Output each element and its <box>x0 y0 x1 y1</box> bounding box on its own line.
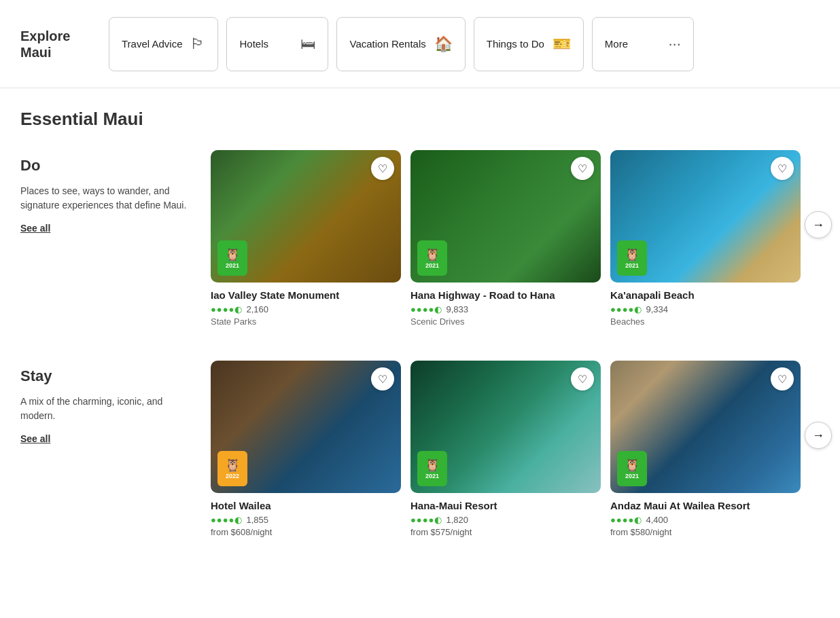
do-card-2-reviews: 9,334 <box>646 304 668 314</box>
do-card-2-category: Beaches <box>610 316 801 327</box>
do-card-1-award-badge: 🦉 2021 <box>417 240 447 276</box>
stay-cards-next-button[interactable]: → <box>805 422 832 449</box>
stay-card-2-stars: ●●●●◐ <box>610 515 642 525</box>
stay-see-all-link[interactable]: See all <box>20 433 50 444</box>
vacation-rentals-icon: 🏠 <box>434 35 453 53</box>
do-card-0[interactable]: ♡ 🦉 2021 Iao Valley State Monument ●●●●◐… <box>211 150 401 327</box>
stay-card-2-award-icon: 🦉 <box>625 458 640 473</box>
stay-card-2-award-year: 2021 <box>625 473 639 479</box>
do-card-2-stars: ●●●●◐ <box>610 304 642 314</box>
do-description: Do Places to see, ways to wander, and si… <box>20 150 211 327</box>
stay-card-0-award-badge: 🦉 2022 <box>217 451 247 486</box>
stay-card-2-title: Andaz Maui At Wailea Resort <box>610 500 801 511</box>
nav-tabs: Travel Advice 🏳 Hotels 🛏 Vacation Rental… <box>109 17 694 71</box>
tab-travel-advice[interactable]: Travel Advice 🏳 <box>109 17 218 71</box>
do-card-1-rating: ●●●●◐ 9,833 <box>410 304 601 314</box>
do-card-0-stars: ●●●●◐ <box>211 304 243 314</box>
do-card-1-stars: ●●●●◐ <box>410 304 442 314</box>
do-card-1-image-wrap: ♡ 🦉 2021 <box>410 150 601 283</box>
do-card-2-image-wrap: ♡ 🦉 2021 <box>610 150 801 283</box>
hotels-icon: 🛏 <box>300 35 315 53</box>
tab-hotels[interactable]: Hotels 🛏 <box>226 17 328 71</box>
main-content: Essential Maui Do Places to see, ways to… <box>0 88 840 592</box>
do-card-0-image-wrap: ♡ 🦉 2021 <box>211 150 401 283</box>
brand-logo: ExploreMaui <box>20 28 95 60</box>
stay-card-1-image-wrap: ♡ 🦉 2021 <box>410 361 601 493</box>
do-card-1-favorite-button[interactable]: ♡ <box>571 157 594 180</box>
do-card-0-award-badge: 🦉 2021 <box>217 240 247 276</box>
stay-card-0-reviews: 1,855 <box>246 515 268 525</box>
stay-card-1-favorite-button[interactable]: ♡ <box>571 367 594 390</box>
do-card-2-award-year: 2021 <box>625 262 639 269</box>
stay-section-name: Stay <box>20 367 190 385</box>
stay-description: Stay A mix of the charming, iconic, and … <box>20 361 211 537</box>
stay-cards-wrapper: ♡ 🦉 2022 Hotel Wailea ●●●●◐ 1,855 <box>211 361 820 537</box>
do-card-2-title: Ka'anapali Beach <box>610 289 801 301</box>
do-section-text: Places to see, ways to wander, and signa… <box>20 184 190 213</box>
stay-card-1-stars: ●●●●◐ <box>410 515 442 525</box>
do-cards: ♡ 🦉 2021 Iao Valley State Monument ●●●●◐… <box>211 150 820 327</box>
stay-cards: ♡ 🦉 2022 Hotel Wailea ●●●●◐ 1,855 <box>211 361 820 537</box>
stay-card-2-image-wrap: ♡ 🦉 2021 <box>610 361 801 493</box>
tab-vacation-rentals[interactable]: Vacation Rentals 🏠 <box>336 17 465 71</box>
do-card-2-favorite-button[interactable]: ♡ <box>771 157 794 180</box>
travel-advice-icon: 🏳 <box>190 35 205 53</box>
page-title: Essential Maui <box>20 109 820 130</box>
stay-card-0-stars: ●●●●◐ <box>211 515 243 525</box>
stay-card-2-favorite-button[interactable]: ♡ <box>771 367 794 390</box>
do-card-0-category: State Parks <box>211 316 401 327</box>
stay-card-0-price: from $608/night <box>211 527 401 537</box>
do-see-all-link[interactable]: See all <box>20 223 50 234</box>
stay-card-0-rating: ●●●●◐ 1,855 <box>211 515 401 525</box>
stay-card-2-price: from $580/night <box>610 527 801 537</box>
do-card-0-reviews: 2,160 <box>246 304 268 314</box>
tab-more-label: More <box>605 38 628 50</box>
do-card-0-title: Iao Valley State Monument <box>211 289 401 301</box>
do-section: Do Places to see, ways to wander, and si… <box>20 150 820 327</box>
do-card-2[interactable]: ♡ 🦉 2021 Ka'anapali Beach ●●●●◐ 9,334 <box>610 150 801 327</box>
stay-card-1-award-year: 2021 <box>425 473 439 479</box>
tab-travel-advice-label: Travel Advice <box>122 38 182 50</box>
do-card-1-category: Scenic Drives <box>410 316 601 327</box>
stay-card-0-title: Hotel Wailea <box>211 500 401 511</box>
do-cards-wrapper: ♡ 🦉 2021 Iao Valley State Monument ●●●●◐… <box>211 150 820 327</box>
tab-things-to-do[interactable]: Things to Do 🎫 <box>474 17 584 71</box>
tab-more[interactable]: More ··· <box>592 17 694 71</box>
things-to-do-icon: 🎫 <box>553 35 571 53</box>
stay-card-0-image-wrap: ♡ 🦉 2022 <box>211 361 401 493</box>
do-card-1-reviews: 9,833 <box>446 304 468 314</box>
stay-card-2-award-badge: 🦉 2021 <box>617 451 647 486</box>
stay-card-2-reviews: 4,400 <box>646 515 668 525</box>
stay-card-2-rating: ●●●●◐ 4,400 <box>610 515 801 525</box>
stay-card-1-award-badge: 🦉 2021 <box>417 451 447 486</box>
do-card-0-favorite-button[interactable]: ♡ <box>371 157 394 180</box>
stay-card-0-favorite-button[interactable]: ♡ <box>371 367 394 390</box>
stay-card-1-reviews: 1,820 <box>446 515 468 525</box>
stay-card-0[interactable]: ♡ 🦉 2022 Hotel Wailea ●●●●◐ 1,855 <box>211 361 401 537</box>
do-card-0-award-year: 2021 <box>226 262 239 269</box>
do-card-1-award-icon: 🦉 <box>425 247 440 262</box>
stay-card-1-title: Hana-Maui Resort <box>410 500 601 511</box>
do-card-2-rating: ●●●●◐ 9,334 <box>610 304 801 314</box>
tab-vacation-rentals-label: Vacation Rentals <box>349 38 425 50</box>
do-card-1[interactable]: ♡ 🦉 2021 Hana Highway - Road to Hana ●●●… <box>410 150 601 327</box>
do-card-1-award-year: 2021 <box>425 262 439 269</box>
tab-things-to-do-label: Things to Do <box>487 38 544 50</box>
more-icon: ··· <box>668 35 680 53</box>
stay-card-1-award-icon: 🦉 <box>425 458 440 473</box>
do-section-name: Do <box>20 157 190 175</box>
header: ExploreMaui Travel Advice 🏳 Hotels 🛏 Vac… <box>0 0 840 88</box>
stay-card-1-rating: ●●●●◐ 1,820 <box>410 515 601 525</box>
tab-hotels-label: Hotels <box>239 38 268 50</box>
stay-card-1-price: from $575/night <box>410 527 601 537</box>
do-card-2-award-icon: 🦉 <box>625 247 640 262</box>
do-cards-next-button[interactable]: → <box>805 211 832 238</box>
stay-card-0-award-year: 2022 <box>226 473 239 479</box>
do-card-2-award-badge: 🦉 2021 <box>617 240 647 276</box>
stay-card-1[interactable]: ♡ 🦉 2021 Hana-Maui Resort ●●●●◐ 1,820 <box>410 361 601 537</box>
do-card-0-award-icon: 🦉 <box>225 247 240 262</box>
do-card-0-rating: ●●●●◐ 2,160 <box>211 304 401 314</box>
stay-card-2[interactable]: ♡ 🦉 2021 Andaz Maui At Wailea Resort ●●●… <box>610 361 801 537</box>
do-card-1-title: Hana Highway - Road to Hana <box>410 289 601 301</box>
stay-section-text: A mix of the charming, iconic, and moder… <box>20 395 190 423</box>
